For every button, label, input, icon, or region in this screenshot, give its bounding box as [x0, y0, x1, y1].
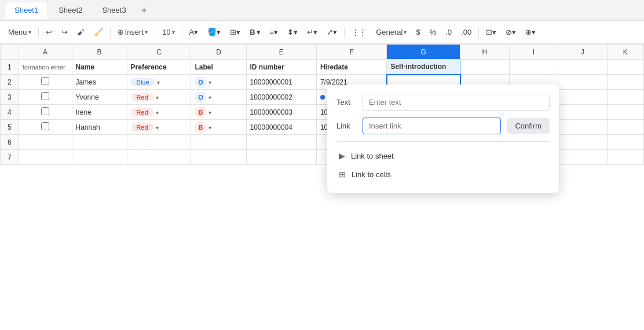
label-chevron-3[interactable]: ▾	[208, 94, 211, 101]
cell-h1[interactable]	[460, 60, 509, 75]
preference-chevron-2[interactable]: ▾	[157, 79, 160, 86]
borders-button[interactable]: ⊞▾	[226, 25, 244, 39]
row-checkbox-3[interactable]	[41, 92, 49, 100]
cell-c3[interactable]: Red ▾	[127, 90, 191, 105]
valign-button[interactable]: ⬍▾	[284, 25, 301, 39]
confirm-button[interactable]: Confirm	[507, 118, 550, 134]
align-button[interactable]: ≡▾	[266, 25, 282, 39]
cell-d3[interactable]: O ▾	[191, 90, 246, 105]
cell-b1[interactable]: Name	[72, 60, 127, 75]
cell-k3[interactable]	[607, 90, 643, 105]
preference-chevron-5[interactable]: ▾	[156, 124, 159, 131]
cell-c4[interactable]: Red ▾	[127, 105, 191, 120]
col-header-f[interactable]: F	[316, 45, 386, 60]
wrap-button[interactable]: ↵▾	[303, 25, 321, 39]
decimal-less-button[interactable]: .00	[458, 25, 475, 39]
add-sheet-button[interactable]: +	[137, 3, 152, 18]
label-chevron-5[interactable]: ▾	[208, 124, 211, 131]
cell-d4[interactable]: B ▾	[191, 105, 246, 120]
cell-f1[interactable]: Hiredate	[316, 60, 386, 75]
col-header-e[interactable]: E	[246, 45, 316, 60]
zoom-button[interactable]: ⊕▾	[522, 25, 539, 39]
row-checkbox-5[interactable]	[41, 122, 49, 130]
cell-k1[interactable]	[607, 60, 643, 75]
row-checkbox-2[interactable]	[41, 77, 49, 85]
cell-k5[interactable]	[607, 120, 643, 135]
font-color-button[interactable]: A▾	[186, 25, 202, 39]
col-header-d[interactable]: D	[191, 45, 246, 60]
spreadsheet-container: A B C D E F G H I J K 1 formation enter …	[0, 44, 644, 330]
cell-b5[interactable]: Hannah	[72, 120, 127, 135]
col-header-g[interactable]: G	[387, 45, 460, 60]
cell-e4[interactable]: 10000000003	[246, 105, 316, 120]
tab-sheet1[interactable]: Sheet1	[5, 2, 48, 19]
menu-button[interactable]: Menu ▾	[5, 25, 35, 39]
cell-j3[interactable]	[558, 90, 607, 105]
cell-d5[interactable]: B ▾	[191, 120, 246, 135]
cell-a1[interactable]: formation enter	[19, 60, 72, 75]
cell-a5[interactable]	[19, 120, 72, 135]
label-chevron-2[interactable]: ▾	[208, 79, 211, 86]
cell-e1[interactable]: ID number	[246, 60, 316, 75]
more-formats-button[interactable]: ⋮⋮	[348, 25, 370, 39]
col-header-j[interactable]: J	[558, 45, 607, 60]
merge-button[interactable]: ⊡▾	[482, 25, 500, 39]
percent-button[interactable]: %	[426, 25, 440, 39]
col-header-b[interactable]: B	[72, 45, 127, 60]
cell-c5[interactable]: Red ▾	[127, 120, 191, 135]
cell-a2[interactable]	[19, 75, 72, 90]
cell-i1[interactable]	[509, 60, 558, 75]
link-to-sheet-item[interactable]: ▶ Link to sheet	[336, 146, 550, 165]
col-header-h[interactable]: H	[460, 45, 509, 60]
number-format-button[interactable]: General ▾	[372, 25, 410, 39]
link-to-cells-item[interactable]: ⊞ Link to cells	[336, 165, 550, 184]
currency-button[interactable]: $	[412, 25, 423, 39]
row-checkbox-4[interactable]	[41, 107, 49, 115]
tab-sheet2[interactable]: Sheet2	[49, 2, 92, 18]
cell-c2[interactable]: Blue ▾	[127, 75, 191, 90]
cell-b4[interactable]: Irene	[72, 105, 127, 120]
insert-button[interactable]: ⊕ Insert ▾	[114, 25, 152, 39]
popup-text-row: Text	[336, 94, 550, 111]
cell-c1[interactable]: Preference	[127, 60, 191, 75]
cell-b3[interactable]: Yvonne	[72, 90, 127, 105]
cell-j1[interactable]	[558, 60, 607, 75]
col-header-c[interactable]: C	[127, 45, 191, 60]
col-header-a[interactable]: A	[19, 45, 72, 60]
cell-k4[interactable]	[607, 105, 643, 120]
tab-sheet3[interactable]: Sheet3	[93, 2, 135, 18]
row-num-5: 5	[1, 120, 19, 135]
cell-g1[interactable]: Self-introduction	[387, 60, 460, 75]
cell-e2[interactable]: 10000000001	[246, 75, 316, 90]
col-header-k[interactable]: K	[607, 45, 643, 60]
font-size-button[interactable]: 10 ▾	[159, 25, 178, 39]
cell-d2[interactable]: O ▾	[191, 75, 246, 90]
cell-a3[interactable]	[19, 90, 72, 105]
rotate-button[interactable]: ⤢▾	[323, 25, 341, 39]
preference-chevron-3[interactable]: ▾	[156, 94, 159, 101]
cell-k2[interactable]	[607, 75, 643, 90]
text-input[interactable]	[363, 94, 550, 111]
cell-j5[interactable]	[558, 120, 607, 135]
decimal-more-button[interactable]: .0	[442, 25, 455, 39]
label-chevron-4[interactable]: ▾	[208, 109, 211, 116]
undo-button[interactable]: ↩	[42, 25, 56, 39]
link-popup: Text Link Confirm ▶ Link to sheet ⊞ Link…	[327, 85, 559, 193]
cell-b2[interactable]: James	[72, 75, 127, 90]
cell-j4[interactable]	[558, 105, 607, 120]
cell-e5[interactable]: 10000000004	[246, 120, 316, 135]
link-input[interactable]	[363, 118, 501, 134]
menu-label: Menu	[8, 28, 27, 36]
clear-formatting-button[interactable]: 🧹	[90, 25, 107, 39]
cell-a4[interactable]	[19, 105, 72, 120]
cell-j2[interactable]	[558, 75, 607, 90]
bold-button[interactable]: B▾	[246, 25, 264, 39]
filter-button[interactable]: ⊘▾	[502, 25, 519, 39]
paint-format-button[interactable]: 🖌	[74, 25, 88, 39]
cell-d1[interactable]: Label	[191, 60, 246, 75]
fill-color-button[interactable]: 🪣▾	[204, 25, 224, 39]
col-header-i[interactable]: I	[509, 45, 558, 60]
preference-chevron-4[interactable]: ▾	[156, 109, 159, 116]
cell-e3[interactable]: 10000000002	[246, 90, 316, 105]
redo-button[interactable]: ↪	[58, 25, 71, 39]
